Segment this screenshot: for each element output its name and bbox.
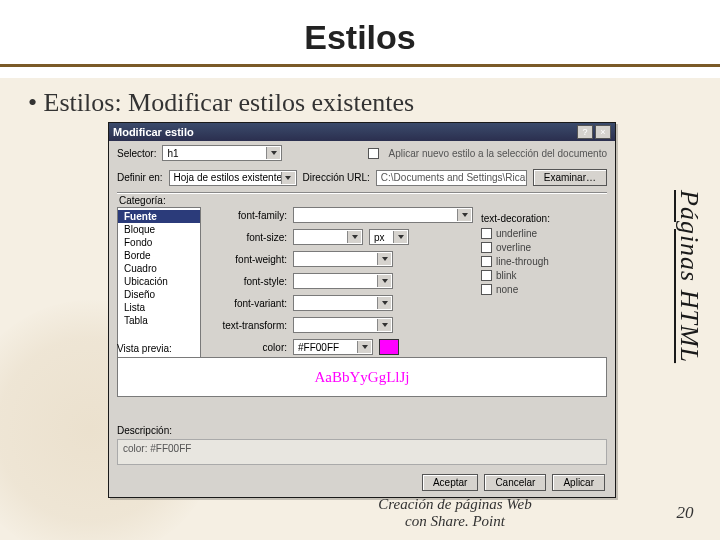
- chevron-down-icon: [281, 172, 295, 184]
- apply-button[interactable]: Aplicar: [552, 474, 605, 491]
- chevron-down-icon: [377, 275, 391, 287]
- chevron-down-icon: [377, 319, 391, 331]
- font-size-dropdown[interactable]: [293, 229, 363, 245]
- url-field[interactable]: C:\Documents and Settings\Ricardo.ORFI: [376, 170, 527, 186]
- text-decoration-group: text-decoration: underline overline line…: [481, 213, 601, 298]
- selector-row: Selector: h1 Aplicar nuevo estilo a la s…: [109, 141, 615, 165]
- dialog-titlebar[interactable]: Modificar estilo ? ×: [109, 123, 615, 141]
- category-item-bloque[interactable]: Bloque: [118, 223, 200, 236]
- category-item-lista[interactable]: Lista: [118, 301, 200, 314]
- category-item-cuadro[interactable]: Cuadro: [118, 262, 200, 275]
- category-item-diseno[interactable]: Diseño: [118, 288, 200, 301]
- preview-box: AaBbYyGgLlJj: [117, 357, 607, 397]
- category-label: Categoría:: [119, 195, 166, 206]
- help-button[interactable]: ?: [577, 125, 593, 139]
- slide: Estilos • Estilos: Modificar estilos exi…: [0, 0, 720, 540]
- bullet-text: • Estilos: Modificar estilos existentes: [28, 88, 414, 118]
- text-decoration-label: text-decoration:: [481, 213, 601, 224]
- ok-button[interactable]: Aceptar: [422, 474, 478, 491]
- category-item-borde[interactable]: Borde: [118, 249, 200, 262]
- chevron-down-icon: [377, 297, 391, 309]
- footer-text: Creación de páginas Web con Share. Point: [0, 496, 650, 531]
- chevron-down-icon: [457, 209, 471, 221]
- apply-new-checkbox[interactable]: [368, 148, 379, 159]
- font-style-label: font-style:: [209, 276, 287, 287]
- text-transform-label: text-transform:: [209, 320, 287, 331]
- blink-checkbox[interactable]: [481, 270, 492, 281]
- divider: [117, 192, 607, 194]
- category-item-fondo[interactable]: Fondo: [118, 236, 200, 249]
- url-label: Dirección URL:: [303, 172, 370, 183]
- define-dropdown[interactable]: Hoja de estilos existente: [169, 170, 297, 186]
- chevron-down-icon: [393, 231, 407, 243]
- description-section: Descripción: color: #FF00FF: [117, 425, 607, 465]
- apply-new-label: Aplicar nuevo estilo a la selección del …: [389, 148, 607, 159]
- page-title: Estilos: [0, 18, 720, 57]
- side-vertical-label: Páginas HTML: [674, 190, 704, 363]
- define-label: Definir en:: [117, 172, 163, 183]
- page-number: 20: [650, 503, 720, 523]
- line-through-checkbox[interactable]: [481, 256, 492, 267]
- font-family-dropdown[interactable]: [293, 207, 473, 223]
- selector-label: Selector:: [117, 148, 156, 159]
- define-row: Definir en: Hoja de estilos existente Di…: [109, 165, 615, 190]
- overline-checkbox[interactable]: [481, 242, 492, 253]
- font-variant-dropdown[interactable]: [293, 295, 393, 311]
- font-size-label: font-size:: [209, 232, 287, 243]
- selector-dropdown[interactable]: h1: [162, 145, 282, 161]
- font-weight-label: font-weight:: [209, 254, 287, 265]
- chevron-down-icon: [377, 253, 391, 265]
- font-form: font-family: font-size: px font-weight: …: [209, 207, 607, 439]
- chevron-down-icon: [347, 231, 361, 243]
- font-size-unit-dropdown[interactable]: px: [369, 229, 409, 245]
- font-weight-dropdown[interactable]: [293, 251, 393, 267]
- close-button[interactable]: ×: [595, 125, 611, 139]
- dialog-body: Fuente Bloque Fondo Borde Cuadro Ubicaci…: [117, 207, 607, 439]
- browse-button[interactable]: Examinar…: [533, 169, 607, 186]
- none-checkbox[interactable]: [481, 284, 492, 295]
- font-style-dropdown[interactable]: [293, 273, 393, 289]
- selector-value: h1: [167, 148, 178, 159]
- header-rule: [0, 64, 720, 67]
- font-variant-label: font-variant:: [209, 298, 287, 309]
- category-item-ubicacion[interactable]: Ubicación: [118, 275, 200, 288]
- underline-checkbox[interactable]: [481, 228, 492, 239]
- define-value: Hoja de estilos existente: [174, 172, 282, 183]
- category-item-tabla[interactable]: Tabla: [118, 314, 200, 327]
- description-box: color: #FF00FF: [117, 439, 607, 465]
- dialog-title: Modificar estilo: [113, 126, 575, 138]
- preview-label: Vista previa:: [117, 343, 607, 354]
- preview-section: Vista previa: AaBbYyGgLlJj: [117, 343, 607, 397]
- cancel-button[interactable]: Cancelar: [484, 474, 546, 491]
- font-family-label: font-family:: [209, 210, 287, 221]
- slide-footer: Creación de páginas Web con Share. Point…: [0, 496, 720, 531]
- chevron-down-icon: [266, 147, 280, 159]
- category-item-fuente[interactable]: Fuente: [118, 210, 200, 223]
- modify-style-dialog: Modificar estilo ? × Selector: h1 Aplica…: [108, 122, 616, 498]
- dialog-buttons: Aceptar Cancelar Aplicar: [422, 474, 605, 491]
- description-label: Descripción:: [117, 425, 607, 436]
- text-transform-dropdown[interactable]: [293, 317, 393, 333]
